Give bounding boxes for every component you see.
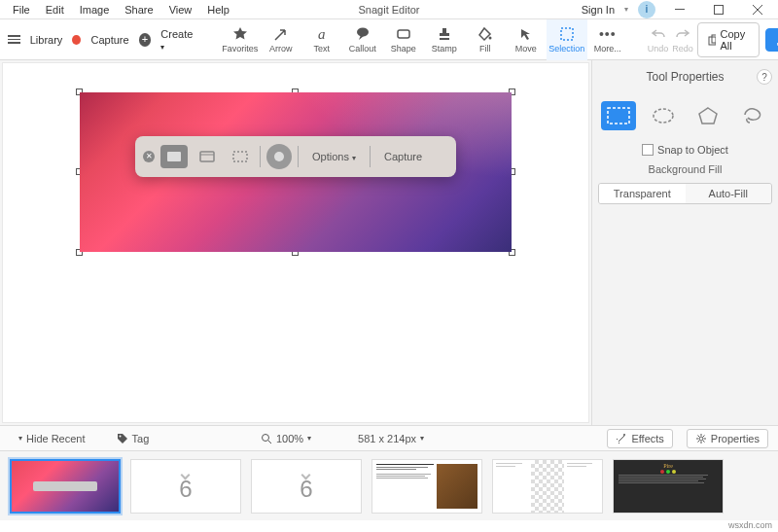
tool-move[interactable]: Move: [506, 19, 547, 60]
capture-button[interactable]: Capture: [376, 151, 430, 162]
properties-button[interactable]: Properties: [687, 429, 768, 448]
properties-title: Tool Properties: [646, 70, 724, 84]
svg-point-2: [357, 28, 369, 37]
user-avatar-icon[interactable]: i: [638, 1, 655, 18]
tag-button[interactable]: Tag: [108, 429, 159, 448]
svg-point-14: [119, 435, 121, 437]
copy-all-button[interactable]: Copy All: [697, 22, 760, 57]
menu-edit[interactable]: Edit: [39, 2, 71, 18]
chevron-down-icon[interactable]: ▾: [624, 5, 628, 14]
shape-rectangle[interactable]: [601, 101, 636, 130]
canvas-image: ✕ Options ▾ Capture: [80, 92, 512, 252]
seg-autofill[interactable]: Auto-Fill: [686, 184, 772, 203]
wand-icon: [616, 433, 627, 444]
tag-icon: [117, 433, 128, 444]
tool-palette: Favorites Arrow aText Callout Shape Stam…: [220, 19, 628, 60]
snap-to-object-row: Snap to Object: [598, 144, 772, 156]
hamburger-icon[interactable]: [8, 35, 20, 44]
footer-watermark: wsxdn.com: [0, 520, 778, 532]
thumbnail[interactable]: [492, 459, 603, 514]
hide-recent-button[interactable]: ▾ Hide Recent: [10, 429, 94, 448]
menu-share[interactable]: Share: [118, 2, 159, 18]
search-icon: [261, 433, 272, 444]
tool-favorites[interactable]: Favorites: [220, 19, 261, 60]
share-button[interactable]: Share: [765, 28, 778, 52]
capture-mode-region[interactable]: [160, 145, 188, 168]
thumbnail[interactable]: Pire: [613, 459, 724, 514]
dimensions-dropdown[interactable]: 581 x 214px ▾: [349, 429, 433, 448]
record-button[interactable]: [266, 144, 292, 169]
thumbnail[interactable]: 6: [130, 459, 241, 514]
copy-icon: [708, 34, 717, 46]
close-icon[interactable]: ✕: [143, 151, 155, 162]
capture-bar: ✕ Options ▾ Capture: [135, 136, 456, 177]
options-dropdown[interactable]: Options ▾: [304, 151, 364, 162]
bgfill-segment: Transparent Auto-Fill: [598, 183, 772, 204]
tool-arrow[interactable]: Arrow: [261, 19, 301, 60]
svg-point-15: [262, 434, 268, 441]
tool-shape[interactable]: Shape: [383, 19, 424, 60]
menubar: File Edit Image Share View Help Snagit E…: [0, 0, 778, 19]
gear-icon: [695, 433, 707, 444]
chevron-down-icon: ▾: [18, 434, 22, 443]
tool-more[interactable]: •••More...: [587, 19, 628, 60]
divider: [298, 146, 299, 167]
tool-text[interactable]: aText: [301, 19, 342, 60]
properties-panel: Tool Properties ? Snap to Object Backgro…: [591, 60, 778, 425]
shape-polygon[interactable]: [690, 101, 725, 130]
shape-lasso[interactable]: [735, 101, 770, 130]
snap-label: Snap to Object: [657, 144, 728, 156]
snap-checkbox[interactable]: [642, 144, 654, 156]
effects-button[interactable]: Effects: [607, 429, 672, 448]
svg-rect-3: [398, 30, 409, 38]
tool-fill[interactable]: Fill: [465, 19, 506, 60]
minimize-button[interactable]: [665, 1, 694, 18]
svg-rect-1: [715, 5, 724, 14]
close-button[interactable]: [743, 1, 772, 18]
zoom-dropdown[interactable]: 100% ▾: [252, 429, 320, 448]
selection-shape-row: [598, 95, 772, 136]
maximize-button[interactable]: [704, 1, 733, 18]
undo-button[interactable]: Undo: [648, 19, 669, 60]
menu-file[interactable]: File: [6, 2, 37, 18]
app-title: Snagit Editor: [359, 4, 420, 16]
thumbnail[interactable]: [371, 459, 482, 514]
library-link[interactable]: Library: [30, 34, 63, 46]
menu-view[interactable]: View: [162, 2, 199, 18]
svg-point-4: [488, 37, 491, 40]
menu-help[interactable]: Help: [200, 2, 236, 18]
tool-selection[interactable]: Selection: [547, 19, 587, 60]
menu-image[interactable]: Image: [73, 2, 117, 18]
statusbar: ▾ Hide Recent Tag 100% ▾ 581 x 214px ▾ E…: [0, 425, 778, 450]
svg-rect-9: [200, 152, 214, 161]
svg-rect-11: [233, 152, 247, 161]
thumbnail[interactable]: [10, 459, 121, 514]
create-plus-icon: +: [139, 33, 152, 47]
svg-rect-8: [167, 152, 181, 161]
seg-transparent[interactable]: Transparent: [599, 184, 686, 203]
redo-button[interactable]: Redo: [672, 19, 693, 60]
svg-line-16: [268, 441, 271, 443]
divider: [260, 146, 261, 167]
svg-point-17: [699, 437, 703, 441]
tool-stamp[interactable]: Stamp: [424, 19, 465, 60]
capture-mode-window[interactable]: [194, 145, 221, 168]
thumbnail[interactable]: 6: [251, 459, 362, 514]
divider: [370, 146, 371, 167]
create-link[interactable]: Create ▾: [160, 28, 195, 52]
capture-mode-selection[interactable]: [227, 145, 254, 168]
signin-link[interactable]: Sign In: [582, 4, 615, 16]
selection-box[interactable]: ✕ Options ▾ Capture: [80, 92, 512, 252]
tool-callout[interactable]: Callout: [342, 19, 383, 60]
thumbnail-tray: 6 6 Pi: [0, 450, 778, 520]
main: ✕ Options ▾ Capture Tool Properties ?: [0, 60, 778, 425]
help-icon[interactable]: ?: [757, 69, 772, 85]
svg-rect-0: [675, 9, 685, 10]
canvas-area[interactable]: ✕ Options ▾ Capture: [2, 62, 589, 423]
capture-icon: [72, 35, 81, 45]
bgfill-label: Background Fill: [598, 163, 772, 175]
svg-point-13: [654, 109, 673, 123]
svg-rect-5: [561, 28, 573, 40]
capture-link[interactable]: Capture: [90, 34, 128, 46]
shape-ellipse[interactable]: [646, 101, 681, 130]
